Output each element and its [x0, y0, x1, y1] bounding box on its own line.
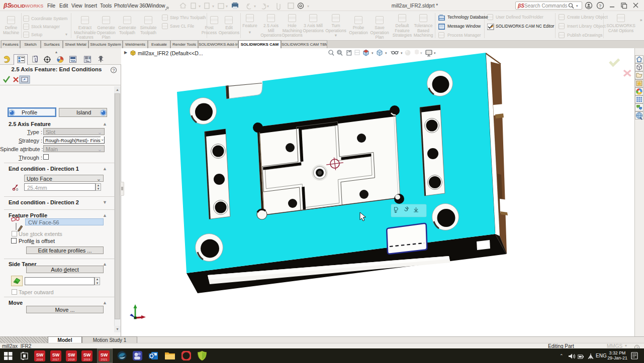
svg-text:▾: ▾	[226, 4, 228, 9]
svg-text:SW: SW	[101, 352, 108, 357]
svg-text:SW: SW	[52, 352, 60, 357]
svg-text:▾: ▾	[212, 4, 214, 9]
svg-text:SOLIDWORKS: SOLIDWORKS	[11, 3, 43, 9]
svg-text:0: 0	[16, 188, 18, 191]
svg-text:▾: ▾	[401, 51, 403, 55]
svg-text:▾: ▾	[267, 4, 269, 9]
svg-text:▾: ▾	[254, 4, 256, 9]
svg-text:SW: SW	[68, 352, 75, 357]
svg-text:▾: ▾	[576, 4, 578, 8]
svg-text:▾: ▾	[307, 4, 309, 9]
svg-text:?: ?	[599, 4, 601, 9]
svg-text:2018: 2018	[68, 358, 75, 361]
svg-text:Search Commands: Search Commands	[524, 3, 568, 9]
svg-text:▾: ▾	[372, 51, 374, 55]
svg-text:SW: SW	[36, 352, 44, 357]
svg-text:▾: ▾	[420, 51, 422, 55]
svg-text:2017: 2017	[52, 358, 59, 361]
svg-text:2019: 2019	[83, 358, 90, 361]
svg-text:▾: ▾	[434, 51, 436, 55]
svg-text:▾: ▾	[199, 4, 201, 9]
svg-text:▾: ▾	[385, 51, 387, 55]
svg-text:βS: βS	[517, 3, 524, 9]
svg-text:?: ?	[113, 68, 115, 73]
svg-text:2021: 2021	[101, 358, 108, 361]
svg-text:SW: SW	[83, 352, 91, 357]
svg-text:2016: 2016	[36, 358, 43, 361]
